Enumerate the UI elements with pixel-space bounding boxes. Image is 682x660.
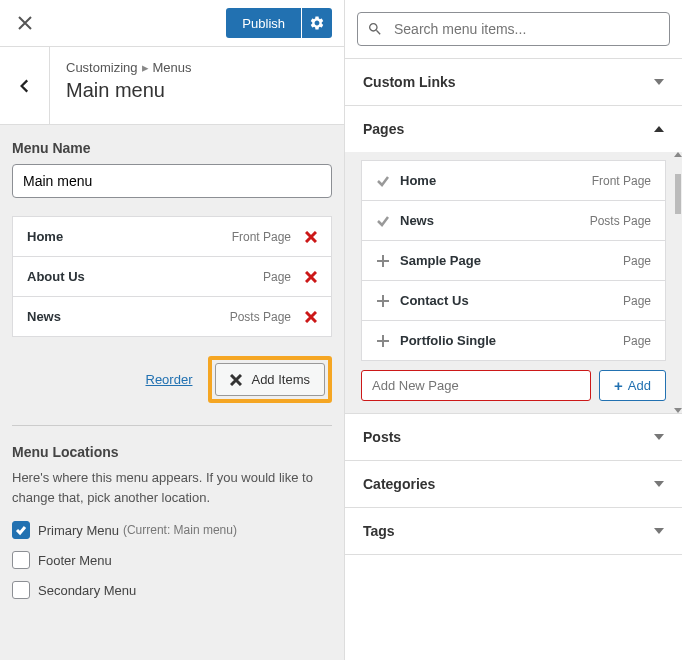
add-new-page-input[interactable] [361, 370, 591, 401]
menu-locations-help: Here's where this menu appears. If you w… [12, 468, 332, 507]
scroll-down-icon [674, 408, 682, 413]
back-button[interactable] [0, 47, 50, 124]
highlight-box: Add Items [208, 356, 332, 403]
scrollbar[interactable] [674, 152, 682, 413]
checkbox-icon [12, 521, 30, 539]
chevron-down-icon [654, 434, 664, 440]
page-item[interactable]: News Posts Page [361, 200, 666, 241]
page-item[interactable]: Home Front Page [361, 160, 666, 201]
plus-icon [376, 294, 390, 308]
plus-icon [376, 334, 390, 348]
remove-icon[interactable] [305, 231, 317, 243]
remove-icon[interactable] [305, 311, 317, 323]
add-page-button[interactable]: + Add [599, 370, 666, 401]
scroll-thumb[interactable] [675, 174, 681, 214]
breadcrumb-row: Customizing▸Menus Main menu [0, 47, 344, 125]
chevron-down-icon [654, 79, 664, 85]
menu-name-label: Menu Name [12, 140, 332, 156]
publish-settings-button[interactable] [302, 8, 332, 38]
menu-name-input[interactable] [12, 164, 332, 198]
publish-group: Publish [226, 0, 344, 46]
search-input[interactable] [357, 12, 670, 46]
check-icon [376, 174, 390, 188]
header-bar: Publish [0, 0, 344, 47]
customizer-panel: Publish Customizing▸Menus Main menu Menu… [0, 0, 344, 660]
chevron-down-icon [654, 528, 664, 534]
menu-item[interactable]: News Posts Page [12, 296, 332, 337]
available-items-panel: Custom Links Pages Home Front Page [344, 0, 682, 660]
accordion-categories[interactable]: Categories [345, 461, 682, 507]
menu-item[interactable]: About Us Page [12, 256, 332, 297]
search-icon [367, 21, 383, 37]
accordion-posts[interactable]: Posts [345, 414, 682, 460]
page-item[interactable]: Sample Page Page [361, 240, 666, 281]
remove-icon[interactable] [305, 271, 317, 283]
scroll-up-icon [674, 152, 682, 157]
page-item[interactable]: Contact Us Page [361, 280, 666, 321]
menu-items-list: Home Front Page About Us Page News Posts… [12, 216, 332, 337]
location-footer[interactable]: Footer Menu [12, 551, 332, 569]
plus-icon [376, 254, 390, 268]
plus-icon: + [614, 377, 623, 394]
chevron-down-icon [654, 481, 664, 487]
reorder-link[interactable]: Reorder [146, 372, 193, 387]
panel-title: Main menu [66, 79, 328, 102]
checkbox-icon [12, 581, 30, 599]
chevron-up-icon [654, 126, 664, 132]
breadcrumb: Customizing▸Menus [66, 60, 328, 75]
location-secondary[interactable]: Secondary Menu [12, 581, 332, 599]
check-icon [376, 214, 390, 228]
accordion-custom-links[interactable]: Custom Links [345, 59, 682, 105]
publish-button[interactable]: Publish [226, 8, 301, 38]
page-item[interactable]: Portfolio Single Page [361, 320, 666, 361]
add-items-button[interactable]: Add Items [215, 363, 325, 396]
accordion-pages[interactable]: Pages [345, 106, 682, 152]
checkbox-icon [12, 551, 30, 569]
menu-locations-heading: Menu Locations [12, 444, 332, 460]
accordion-tags[interactable]: Tags [345, 508, 682, 554]
location-primary[interactable]: Primary Menu (Current: Main menu) [12, 521, 332, 539]
close-button[interactable] [0, 0, 50, 46]
menu-item[interactable]: Home Front Page [12, 216, 332, 257]
